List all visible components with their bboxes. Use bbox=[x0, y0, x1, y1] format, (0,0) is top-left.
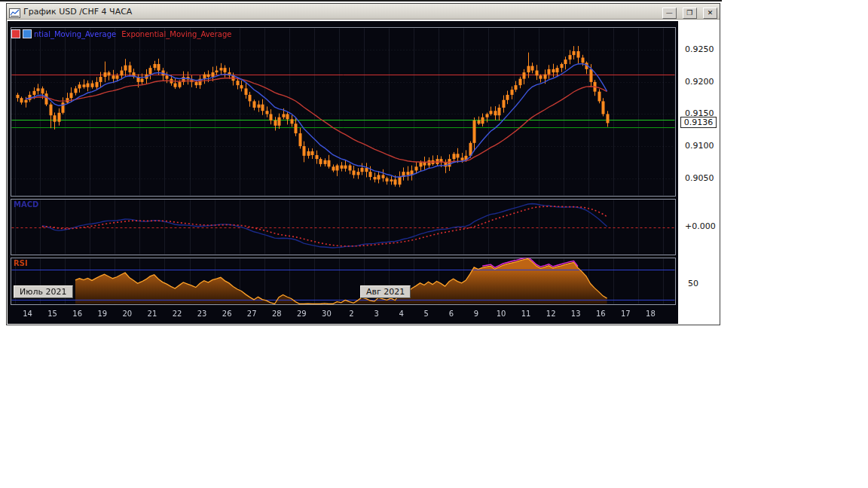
ema-slow-legend-label: Exponential_Moving_Average bbox=[121, 30, 231, 38]
x-axis-tick: 13 bbox=[568, 310, 583, 318]
price-axis-label: 0.9250 bbox=[685, 44, 714, 54]
macd-axis-label: +0.000 bbox=[685, 221, 716, 231]
ema-fast-legend-label: ntial_Moving_Average bbox=[34, 30, 116, 38]
current-price-label: 0.9136 bbox=[680, 117, 717, 128]
x-axis-tick: 16 bbox=[70, 310, 85, 318]
x-axis-tick: 15 bbox=[45, 310, 60, 318]
window-titlebar[interactable]: График USD /CHF 4 ЧАСА — ❐ ✕ bbox=[7, 4, 720, 20]
x-axis-tick: 26 bbox=[219, 310, 234, 318]
x-axis-tick: 16 bbox=[593, 310, 608, 318]
x-axis-tick: 3 bbox=[369, 310, 384, 318]
chart-client-area: ntial_Moving_Average Exponential_Moving_… bbox=[7, 20, 720, 325]
indicator-legend: ntial_Moving_Average Exponential_Moving_… bbox=[11, 29, 231, 38]
x-axis-tick: 20 bbox=[120, 310, 135, 318]
x-axis-tick: 10 bbox=[494, 310, 509, 318]
maximize-button[interactable]: ❐ bbox=[683, 8, 697, 19]
chart-icon bbox=[9, 7, 20, 17]
price-axis-label: 0.9200 bbox=[685, 77, 714, 87]
x-axis-tick: 6 bbox=[444, 310, 459, 318]
month-marker-august: Авг 2021 bbox=[360, 285, 411, 298]
month-marker-july: Июль 2021 bbox=[14, 285, 73, 298]
x-axis-tick: 19 bbox=[95, 310, 110, 318]
rsi-axis-label: 50 bbox=[688, 279, 698, 288]
ema-blue-toggle[interactable] bbox=[23, 29, 32, 38]
x-axis-tick: 2 bbox=[344, 310, 359, 318]
x-axis-tick: 18 bbox=[643, 310, 658, 318]
chart-window: График USD /CHF 4 ЧАСА — ❐ ✕ ntial_Movin… bbox=[6, 3, 720, 325]
window-controls: — ❐ ✕ bbox=[660, 4, 717, 19]
chart-canvas[interactable] bbox=[8, 21, 678, 324]
price-axis-label: 0.9050 bbox=[685, 173, 714, 183]
x-axis-tick: 14 bbox=[20, 310, 35, 318]
x-axis-tick: 27 bbox=[244, 310, 259, 318]
x-axis-tick: 11 bbox=[518, 310, 533, 318]
rsi-panel-label: RSI bbox=[14, 259, 28, 267]
macd-panel-label: MACD bbox=[14, 200, 38, 209]
x-axis-tick: 28 bbox=[269, 310, 284, 318]
x-axis-tick: 9 bbox=[469, 310, 484, 318]
window-title: График USD /CHF 4 ЧАСА bbox=[23, 7, 660, 17]
minimize-button[interactable]: — bbox=[662, 8, 677, 19]
x-axis-tick: 29 bbox=[294, 310, 309, 318]
x-axis-tick: 5 bbox=[419, 310, 434, 318]
x-axis-tick: 17 bbox=[618, 310, 633, 318]
outer-window-frame: График USD /CHF 4 ЧАСА — ❐ ✕ ntial_Movin… bbox=[0, 0, 722, 325]
x-axis-tick: 30 bbox=[319, 310, 334, 318]
close-button[interactable]: ✕ bbox=[703, 8, 717, 19]
ema-red-toggle[interactable] bbox=[11, 29, 20, 38]
x-axis-tick: 21 bbox=[145, 310, 160, 318]
x-axis-tick: 12 bbox=[543, 310, 558, 318]
x-axis-tick: 23 bbox=[194, 310, 209, 318]
chart-area[interactable]: ntial_Moving_Average Exponential_Moving_… bbox=[8, 21, 678, 324]
x-axis: 1415161920212223262728293023456910111213… bbox=[8, 310, 678, 322]
x-axis-tick: 22 bbox=[170, 310, 185, 318]
x-axis-tick: 4 bbox=[394, 310, 409, 318]
price-axis: 0.92500.92000.91500.91000.9050 0.9136 +0… bbox=[679, 21, 720, 324]
price-axis-label: 0.9100 bbox=[685, 141, 714, 151]
